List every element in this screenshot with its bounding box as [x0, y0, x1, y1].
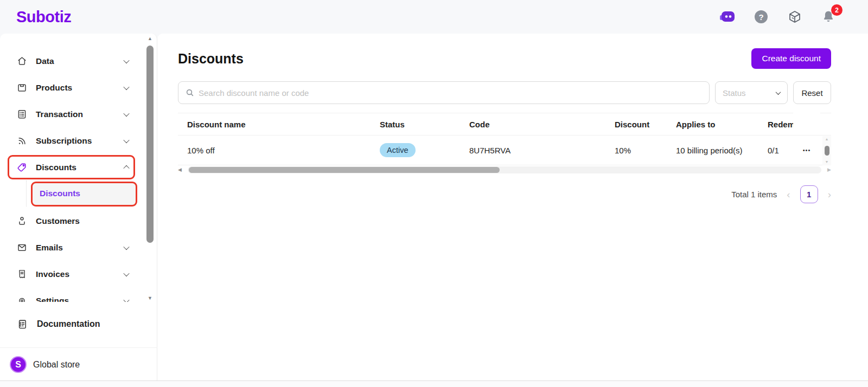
invoice-icon — [16, 269, 27, 280]
sidebar-item-label: Emails — [36, 243, 63, 253]
tag-icon — [16, 162, 27, 173]
hscroll-track[interactable] — [188, 166, 821, 173]
sidebar-item-discounts[interactable]: Discounts — [0, 154, 157, 180]
discounts-table: Discount name Status Code Discount Appli… — [178, 113, 831, 165]
chevron-down-icon — [123, 83, 129, 89]
table-vscroll-thumb[interactable] — [825, 146, 829, 156]
sidebar-subitem-discounts[interactable]: Discounts — [31, 182, 137, 205]
sidebar-scrollbar: ▲ ▼ — [146, 35, 154, 302]
chevron-down-icon — [123, 243, 129, 249]
store-avatar: S — [10, 356, 27, 373]
create-discount-button[interactable]: Create discount — [751, 48, 831, 69]
column-header-applies-to: Applies to — [676, 120, 768, 129]
product-updates-button[interactable] — [787, 9, 803, 25]
actions-cell: ••• — [793, 136, 820, 165]
sidebar-item-label: Subscriptions — [36, 136, 92, 146]
sidebar-nav: Data Products — [0, 34, 157, 302]
product-box-icon — [16, 82, 27, 93]
sidebar-item-documentation[interactable]: Documentation — [0, 313, 157, 336]
search-icon — [186, 88, 194, 97]
scroll-right-arrow-icon[interactable]: ▶ — [823, 167, 831, 172]
help-button[interactable]: ? — [753, 9, 769, 25]
brand-logo[interactable]: Subotiz — [16, 8, 71, 26]
column-header-discount: Discount — [615, 120, 676, 129]
rss-icon — [16, 136, 27, 146]
sidebar-subitem-label: Discounts — [40, 189, 80, 198]
chevron-down-icon — [123, 137, 129, 143]
envelope-icon — [16, 242, 27, 253]
topbar-icons: ? 2 — [719, 9, 837, 25]
sidebar-item-label: Customers — [36, 216, 80, 226]
pagination: Total 1 items ‹ 1 › — [178, 185, 831, 203]
column-header-code: Code — [469, 120, 615, 129]
cell-code: 8U7H5RVA — [469, 146, 615, 155]
scroll-up-arrow-icon[interactable]: ▲ — [825, 137, 829, 141]
notifications-button[interactable]: 2 — [820, 9, 837, 25]
scroll-left-arrow-icon[interactable]: ◀ — [178, 167, 186, 172]
reset-button[interactable]: Reset — [793, 81, 831, 104]
page-title: Discounts — [178, 51, 244, 67]
table-vertical-scrollbar: ▲ ▼ — [822, 136, 831, 165]
search-box — [178, 81, 710, 104]
documentation-icon — [17, 319, 28, 330]
column-header-discount-name: Discount name — [178, 120, 380, 129]
chatbot-button[interactable] — [719, 9, 736, 25]
sidebar-item-customers[interactable]: Customers — [0, 208, 157, 234]
status-placeholder: Status — [723, 88, 746, 98]
table-header-row: Discount name Status Code Discount Appli… — [178, 113, 831, 136]
bottom-edge-divider — [0, 380, 868, 387]
chevron-down-icon — [123, 270, 129, 276]
chevron-up-icon — [123, 165, 129, 171]
pagination-page-1-button[interactable]: 1 — [800, 185, 818, 203]
main-content: Discounts Create discount Status — [157, 34, 868, 387]
sidebar-item-label: Transaction — [36, 109, 83, 119]
cell-applies-to: 10 billing period(s) — [676, 146, 768, 155]
row-actions-menu-button[interactable]: ••• — [801, 145, 813, 156]
sidebar-item-invoices[interactable]: Invoices — [0, 261, 157, 287]
shell: Data Products — [0, 34, 868, 387]
sidebar-item-label: Documentation — [37, 319, 100, 329]
sidebar-item-settings[interactable]: Settings — [0, 287, 157, 302]
pagination-total: Total 1 items — [731, 190, 777, 199]
store-name: Global store — [33, 360, 80, 370]
list-icon — [16, 109, 27, 120]
pagination-prev-button[interactable]: ‹ — [787, 189, 790, 199]
app-root: Subotiz ? — [0, 0, 868, 387]
cell-discount: 10% — [615, 146, 676, 155]
home-icon — [16, 56, 27, 67]
store-switcher[interactable]: S Global store — [0, 347, 157, 381]
cell-status: Active — [380, 143, 469, 157]
status-filter-select[interactable]: Status — [715, 81, 788, 104]
search-input[interactable] — [199, 88, 702, 98]
sidebar-subnav: Discounts — [0, 182, 157, 205]
robot-icon — [719, 10, 736, 24]
package-icon — [788, 10, 802, 24]
gear-icon — [16, 295, 27, 302]
hscroll-thumb[interactable] — [189, 167, 500, 173]
filter-bar: Status Reset — [178, 81, 831, 104]
sidebar: Data Products — [0, 34, 157, 387]
scroll-down-arrow-icon[interactable]: ▼ — [146, 295, 154, 301]
scroll-up-arrow-icon[interactable]: ▲ — [146, 36, 154, 41]
subnav-connector-line — [26, 180, 27, 207]
sidebar-item-subscriptions[interactable]: Subscriptions — [0, 127, 157, 154]
sidebar-scrollbar-thumb[interactable] — [146, 46, 154, 243]
chevron-down-icon — [123, 57, 129, 63]
notification-badge: 2 — [831, 4, 843, 16]
chevron-down-icon — [123, 296, 129, 302]
sidebar-item-label: Data — [36, 56, 54, 66]
status-badge: Active — [380, 143, 416, 157]
sidebar-item-data[interactable]: Data — [0, 48, 157, 74]
sidebar-item-transaction[interactable]: Transaction — [0, 101, 157, 127]
sidebar-item-label: Products — [36, 83, 72, 93]
sidebar-item-label: Settings — [36, 296, 69, 302]
customer-icon — [16, 216, 27, 227]
pagination-next-button[interactable]: › — [828, 189, 831, 199]
actions-column-header — [793, 113, 820, 136]
table-row: 10% off Active 8U7H5RVA 10% 10 billing p… — [178, 136, 831, 165]
sidebar-item-products[interactable]: Products — [0, 74, 157, 101]
page-header: Discounts Create discount — [157, 34, 868, 69]
scroll-down-arrow-icon[interactable]: ▼ — [825, 160, 829, 164]
question-mark-icon: ? — [755, 10, 768, 23]
sidebar-item-emails[interactable]: Emails — [0, 234, 157, 261]
